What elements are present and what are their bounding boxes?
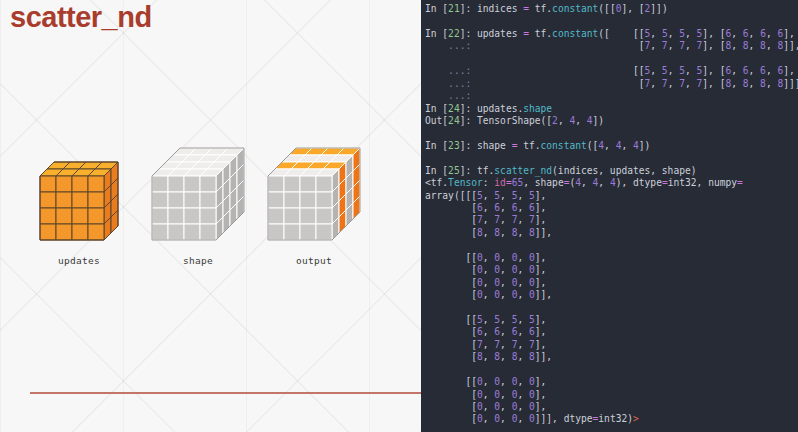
code-line	[425, 364, 798, 376]
code-line	[425, 53, 798, 65]
code-line: In [23]: shape = tf.constant([4, 4, 4])	[425, 140, 798, 152]
code-line: [[0, 0, 0, 0],	[425, 252, 798, 264]
code-line: [8, 8, 8, 8]],	[425, 351, 798, 363]
code-line: [6, 6, 6, 6],	[425, 202, 798, 214]
cube-updates	[39, 161, 119, 241]
cube-label: output	[296, 255, 332, 266]
page-title: scatter_nd	[10, 1, 152, 34]
code-line: array([[[5, 5, 5, 5],	[425, 190, 798, 202]
terminal-panel: In [21]: indices = tf.constant([[0], [2]…	[421, 0, 798, 432]
code-line: [[5, 5, 5, 5],	[425, 314, 798, 326]
terminal-code: In [21]: indices = tf.constant([[0], [2]…	[421, 0, 798, 426]
code-line: ...: [[5, 5, 5, 5], [6, 6, 6, 6],	[425, 65, 798, 77]
code-line: Out[24]: TensorShape([2, 4, 4])	[425, 115, 798, 127]
code-line: [0, 0, 0, 0],	[425, 277, 798, 289]
code-line: [0, 0, 0, 0]]], dtype=int32)>	[425, 413, 798, 425]
code-line: In [25]: tf.scatter_nd(indices, updates,…	[425, 165, 798, 177]
code-line: [0, 0, 0, 0],	[425, 401, 798, 413]
code-line: In [21]: indices = tf.constant([[0], [2]…	[425, 3, 798, 15]
code-line	[425, 152, 798, 164]
code-line: In [22]: updates = tf.constant([ [[5, 5,…	[425, 28, 798, 40]
cube-output	[267, 147, 361, 241]
code-line: [0, 0, 0, 0],	[425, 389, 798, 401]
code-line: [[0, 0, 0, 0],	[425, 376, 798, 388]
code-line: [0, 0, 0, 0]],	[425, 289, 798, 301]
code-line: <tf.Tensor: id=65, shape=(4, 4, 4), dtyp…	[425, 177, 798, 189]
code-line: ...: [7, 7, 7, 7], [8, 8, 8, 8]],	[425, 40, 798, 52]
cube-label: updates	[58, 255, 100, 266]
code-line	[425, 127, 798, 139]
divider-line	[30, 392, 421, 394]
code-line: ...: [7, 7, 7, 7], [8, 8, 8, 8]]])	[425, 78, 798, 90]
code-line: [7, 7, 7, 7],	[425, 339, 798, 351]
code-line: [0, 0, 0, 0],	[425, 264, 798, 276]
code-line: [8, 8, 8, 8]],	[425, 227, 798, 239]
code-line: In [24]: updates.shape	[425, 103, 798, 115]
code-line	[425, 302, 798, 314]
code-line: ...:	[425, 90, 798, 102]
diagram-panel: scatter_nd updatesshapeoutput	[0, 0, 421, 432]
cube-label: shape	[183, 255, 213, 266]
cube-shape	[151, 147, 245, 241]
code-line	[425, 15, 798, 27]
code-line	[425, 239, 798, 251]
code-line: [6, 6, 6, 6],	[425, 326, 798, 338]
code-line: [7, 7, 7, 7],	[425, 214, 798, 226]
